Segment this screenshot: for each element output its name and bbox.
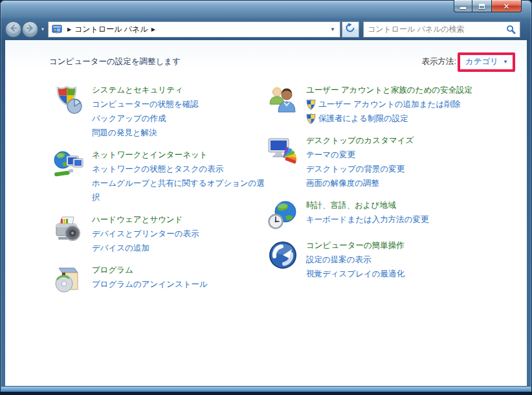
control-panel-icon	[52, 24, 62, 34]
minimize-icon	[460, 7, 466, 9]
recent-pages-dropdown[interactable]: ▼	[40, 27, 45, 32]
back-icon	[8, 23, 18, 36]
category-task-link[interactable]: バックアップの作成	[92, 111, 267, 126]
control-panel-window: ✕ ▼ ▶ コントロール パネル ▶ ▼ コンピューターの設定を調整します	[0, 0, 532, 395]
search-input[interactable]	[368, 25, 504, 34]
task-link-label: デバイスとプリンターの表示	[92, 227, 199, 241]
task-link-label: 画面の解像度の調整	[306, 176, 379, 190]
control-panel-content: コンピューターの設定を調整します 表示方法: カテゴリ ▼ システムとセキュリテ…	[5, 40, 527, 386]
task-link-label: ホームグループと共有に関するオプションの選択	[92, 176, 267, 205]
category-grid: システムとセキュリティコンピューターの状態を確認バックアップの作成問題の発見と解…	[53, 83, 500, 303]
category-section: ハードウェアとサウンドデバイスとプリンターの表示デバイスの追加	[53, 212, 267, 255]
close-icon: ✕	[503, 3, 509, 10]
security-shield-icon[interactable]	[53, 84, 84, 115]
category-section: ネットワークとインターネットネットワークの状態とタスクの表示ホームグループと共有…	[53, 148, 267, 205]
category-task-link[interactable]: デバイスの追加	[92, 241, 267, 255]
category-task-link[interactable]: テーマの変更	[306, 148, 500, 162]
desktop-customize-icon[interactable]	[267, 135, 298, 166]
close-button[interactable]: ✕	[492, 0, 522, 12]
view-by-label: 表示方法:	[421, 56, 456, 67]
category-task-link[interactable]: プログラムのアンインストール	[92, 277, 267, 291]
category-section: システムとセキュリティコンピューターの状態を確認バックアップの作成問題の発見と解…	[53, 83, 267, 140]
category-title-link[interactable]: システムとセキュリティ	[92, 83, 267, 97]
category-section: プログラムプログラムのアンインストール	[53, 263, 267, 295]
category-section: デスクトップのカスタマイズテーマの変更デスクトップの背景の変更画面の解像度の調整	[267, 133, 500, 190]
task-link-label: ユーザー アカウントの追加または削除	[318, 97, 460, 111]
task-link-label: キーボードまたは入力方法の変更	[306, 212, 429, 227]
category-title-link[interactable]: 時計、言語、および地域	[306, 198, 500, 212]
uac-shield-icon	[306, 99, 316, 110]
task-link-label: ネットワークの状態とタスクの表示	[92, 162, 223, 176]
navigation-toolbar: ▼ ▶ コントロール パネル ▶ ▼	[5, 18, 527, 40]
category-title-link[interactable]: デスクトップのカスタマイズ	[306, 133, 500, 148]
category-text: プログラムプログラムのアンインストール	[92, 263, 267, 295]
category-task-link[interactable]: 画面の解像度の調整	[306, 176, 500, 190]
category-text: 時計、言語、および地域キーボードまたは入力方法の変更	[306, 198, 500, 231]
category-task-link[interactable]: デスクトップの背景の変更	[306, 162, 500, 176]
maximize-icon	[479, 4, 485, 9]
uac-shield-icon	[306, 113, 316, 124]
user-accounts-icon[interactable]	[267, 84, 298, 115]
task-link-label: バックアップの作成	[92, 111, 166, 126]
category-task-link[interactable]: 視覚ディスプレイの最適化	[306, 267, 500, 281]
category-task-link[interactable]: ユーザー アカウントの追加または削除	[306, 97, 500, 111]
view-by-caret-icon: ▼	[503, 59, 508, 65]
category-text: ネットワークとインターネットネットワークの状態とタスクの表示ホームグループと共有…	[92, 148, 267, 205]
category-task-link[interactable]: デバイスとプリンターの表示	[92, 227, 267, 241]
refresh-button[interactable]	[342, 21, 359, 38]
category-section: ユーザー アカウントと家族のための安全設定ユーザー アカウントの追加または削除保…	[267, 83, 500, 126]
category-text: デスクトップのカスタマイズテーマの変更デスクトップの背景の変更画面の解像度の調整	[306, 133, 500, 190]
task-link-label: 保護者による制限の設定	[318, 111, 408, 126]
category-text: ハードウェアとサウンドデバイスとプリンターの表示デバイスの追加	[92, 212, 267, 255]
breadcrumb-arrow-icon[interactable]: ▶	[67, 27, 71, 32]
window-frame-bottom	[1, 386, 531, 392]
category-column-left: システムとセキュリティコンピューターの状態を確認バックアップの作成問題の発見と解…	[53, 83, 267, 303]
category-task-link[interactable]: ネットワークの状態とタスクの表示	[92, 162, 267, 176]
ease-of-access-icon[interactable]	[267, 240, 298, 271]
category-task-link[interactable]: 保護者による制限の設定	[306, 111, 500, 126]
category-task-link[interactable]: 設定の提案の表示	[306, 253, 500, 267]
screen-edge	[0, 392, 532, 395]
address-dropdown-caret[interactable]: ▼	[330, 27, 335, 32]
view-by-dropdown[interactable]: カテゴリ ▼	[458, 52, 515, 72]
minimize-button[interactable]	[454, 0, 472, 12]
refresh-icon	[345, 23, 355, 36]
task-link-label: コンピューターの状態を確認	[92, 97, 199, 111]
category-section: コンピューターの簡単操作設定の提案の表示視覚ディスプレイの最適化	[267, 238, 500, 281]
category-task-link[interactable]: 問題の発見と解決	[92, 126, 267, 140]
breadcrumb-control-panel[interactable]: コントロール パネル	[74, 24, 148, 35]
task-link-label: デバイスの追加	[92, 241, 150, 255]
program-box-icon[interactable]	[53, 264, 84, 295]
category-title-link[interactable]: ハードウェアとサウンド	[92, 212, 267, 227]
task-link-label: プログラムのアンインストール	[92, 277, 208, 291]
view-by-value[interactable]: カテゴリ	[465, 56, 498, 67]
category-task-link[interactable]: キーボードまたは入力方法の変更	[306, 212, 500, 227]
search-box	[363, 21, 520, 38]
forward-button[interactable]	[22, 21, 38, 38]
breadcrumb-arrow-icon[interactable]: ▶	[151, 27, 155, 32]
category-text: コンピューターの簡単操作設定の提案の表示視覚ディスプレイの最適化	[306, 238, 500, 281]
category-title-link[interactable]: プログラム	[92, 263, 267, 277]
search-icon[interactable]	[506, 25, 516, 34]
category-task-link[interactable]: ホームグループと共有に関するオプションの選択	[92, 176, 267, 205]
task-link-label: 問題の発見と解決	[92, 126, 157, 140]
page-title: コンピューターの設定を調整します	[49, 56, 181, 67]
content-header: コンピューターの設定を調整します 表示方法: カテゴリ ▼	[49, 52, 515, 71]
category-title-link[interactable]: コンピューターの簡単操作	[306, 238, 500, 253]
maximize-button[interactable]	[472, 0, 492, 12]
address-bar[interactable]: ▶ コントロール パネル ▶ ▼	[48, 21, 340, 38]
category-text: システムとセキュリティコンピューターの状態を確認バックアップの作成問題の発見と解…	[92, 83, 267, 140]
category-task-link[interactable]: コンピューターの状態を確認	[92, 97, 267, 111]
category-text: ユーザー アカウントと家族のための安全設定ユーザー アカウントの追加または削除保…	[306, 83, 500, 126]
window-controls: ✕	[454, 0, 522, 12]
back-button[interactable]	[5, 21, 21, 38]
task-link-label: テーマの変更	[306, 148, 355, 162]
clock-region-icon[interactable]	[267, 199, 298, 231]
category-column-right: ユーザー アカウントと家族のための安全設定ユーザー アカウントの追加または削除保…	[267, 83, 500, 303]
network-globe-icon[interactable]	[53, 149, 84, 180]
forward-icon	[25, 23, 35, 36]
task-link-label: 設定の提案の表示	[306, 253, 371, 267]
category-title-link[interactable]: ネットワークとインターネット	[92, 148, 267, 162]
printer-sound-icon[interactable]	[53, 214, 84, 245]
category-title-link[interactable]: ユーザー アカウントと家族のための安全設定	[306, 83, 500, 97]
